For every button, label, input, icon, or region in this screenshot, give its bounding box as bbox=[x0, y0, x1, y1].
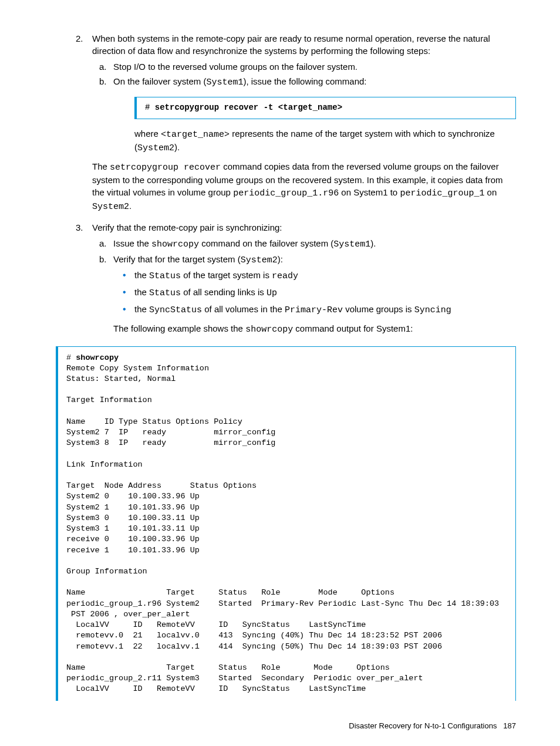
step-num: 3. bbox=[76, 221, 83, 234]
command-box: # setrcopygroup recover -t <target_name> bbox=[134, 97, 516, 119]
page-number: 187 bbox=[503, 721, 516, 730]
bullet-status-links: the Status of all sending links is Up bbox=[134, 286, 516, 299]
step-2b: b. On the failover system (System1), iss… bbox=[113, 75, 516, 154]
step-2a: a. Stop I/O to the reversed volume group… bbox=[113, 60, 516, 73]
showrcopy-output: # showrcopy Remote Copy System Informati… bbox=[56, 346, 516, 701]
footer-title: Disaster Recovery for N-to-1 Configurati… bbox=[349, 721, 497, 730]
step-3a: a. Issue the showrcopy command on the fa… bbox=[113, 237, 516, 251]
step-num: 2. bbox=[76, 32, 83, 45]
steps-list: 2. When both systems in the remote-copy … bbox=[56, 32, 516, 336]
where-clause: where <target_name> represents the name … bbox=[113, 127, 516, 154]
step-text: Issue the showrcopy command on the failo… bbox=[113, 238, 376, 248]
step-3b: b. Verify that for the target system (Sy… bbox=[113, 253, 516, 336]
substeps-2: a. Stop I/O to the reversed volume group… bbox=[92, 60, 516, 154]
step-text: Verify that for the target system (Syste… bbox=[113, 254, 283, 264]
bullets: the Status of the target system is ready… bbox=[113, 269, 516, 316]
bullet-syncstatus: the SyncStatus of all volumes in the Pri… bbox=[134, 303, 516, 316]
step-text: Verify that the remote-copy pair is sync… bbox=[92, 222, 282, 232]
sub-let: a. bbox=[99, 60, 107, 73]
substeps-3: a. Issue the showrcopy command on the fa… bbox=[92, 237, 516, 336]
sub-let: b. bbox=[99, 253, 107, 265]
step-text: When both systems in the remote-copy pai… bbox=[92, 33, 490, 56]
sub-let: a. bbox=[99, 237, 107, 249]
step-2: 2. When both systems in the remote-copy … bbox=[92, 32, 516, 213]
step-text: Stop I/O to the reversed volume groups o… bbox=[113, 62, 357, 72]
step-text: On the failover system (System1), issue … bbox=[113, 76, 367, 86]
step-3: 3. Verify that the remote-copy pair is s… bbox=[92, 221, 516, 336]
example-intro: The following example shows the showrcop… bbox=[113, 322, 516, 336]
explanation: The setrcopygroup recover command copies… bbox=[92, 160, 516, 213]
page-footer: Disaster Recovery for N-to-1 Configurati… bbox=[56, 721, 516, 731]
bullet-status-target: the Status of the target system is ready bbox=[134, 269, 516, 282]
sub-let: b. bbox=[99, 75, 107, 87]
